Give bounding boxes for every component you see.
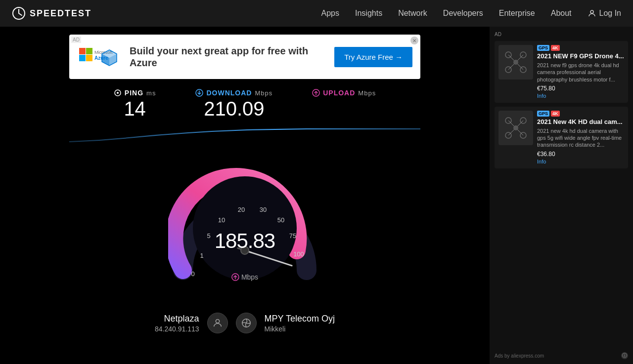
right-ad-price-2: €36.80 (537, 151, 624, 158)
nav-apps[interactable]: Apps (321, 9, 339, 17)
right-ad-title-2[interactable]: 2021 New 4K HD dual cam... (537, 118, 624, 125)
svg-text:75: 75 (289, 232, 296, 240)
globe-circle-icon (236, 313, 257, 333)
right-ad-price-1: €75.80 (537, 85, 624, 92)
speedometer-container: 0 1 5 10 20 30 50 75 100 (168, 152, 321, 305)
gps-badge-2: GPS (537, 111, 549, 117)
svg-point-43 (513, 60, 518, 65)
azure-logo: Microsoft Azure (77, 46, 122, 73)
stats-row: PING ms 14 DOWNLOAD Mbps 210.09 (114, 89, 376, 120)
isp-provider: MPY Telecom Oyj (265, 314, 335, 324)
svg-text:1: 1 (200, 252, 203, 259)
right-ad-img-2 (498, 111, 533, 145)
person-icon (212, 318, 223, 328)
k4-badge-2: 4K (551, 111, 560, 117)
right-ad-content-2: GPS 4K 2021 New 4K HD dual cam... 2021 n… (537, 111, 624, 164)
right-ad-label: AD (495, 32, 628, 37)
svg-text:0: 0 (191, 270, 194, 278)
logo[interactable]: SPEEDTEST (12, 6, 91, 20)
download-label: DOWNLOAD Mbps (195, 89, 272, 97)
isp-ip: 84.240.91.113 (155, 325, 199, 333)
user-circle-icon (207, 313, 228, 333)
upload-small-icon (231, 273, 239, 281)
drone-img-2 (501, 113, 531, 143)
isp-right: MPY Telecom Oyj Mikkeli (265, 314, 335, 333)
svg-text:5: 5 (207, 232, 210, 240)
download-icon (195, 89, 203, 97)
ping-label: PING ms (114, 89, 156, 97)
svg-text:10: 10 (218, 216, 225, 224)
ping-stat: PING ms 14 (114, 89, 156, 120)
svg-rect-4 (86, 48, 92, 54)
isp-name: Netplaza (164, 314, 199, 324)
ad-label: AD (71, 37, 81, 43)
upload-label: UPLOAD Mbps (312, 89, 376, 97)
speed-unit: Mbps (231, 273, 258, 281)
right-ad-panel: AD (490, 27, 633, 364)
isp-location: Mikkeli (265, 325, 286, 333)
svg-point-1 (590, 10, 593, 13)
main-wrapper: AD Microsoft Azure (0, 27, 633, 364)
nav-enterprise[interactable]: Enterprise (499, 9, 535, 17)
nav-developers[interactable]: Developers (443, 9, 483, 17)
speed-graph (69, 122, 420, 147)
ad-cta-button[interactable]: Try Azure Free → (334, 47, 412, 67)
drone-img-1 (501, 47, 531, 77)
content-area: AD Microsoft Azure (0, 27, 490, 364)
right-ad-title-1[interactable]: 2021 NEW F9 GPS Drone 4... (537, 52, 624, 60)
nav-network[interactable]: Network (398, 9, 427, 17)
right-ad-info-1[interactable]: Info (537, 93, 624, 99)
svg-point-32 (216, 320, 219, 323)
svg-rect-3 (79, 48, 86, 54)
ping-icon (114, 89, 122, 97)
svg-text:50: 50 (277, 216, 284, 224)
right-ad-badges-1: GPS 4K (537, 45, 624, 51)
svg-point-53 (513, 125, 518, 130)
svg-text:185.83: 185.83 (215, 229, 275, 252)
logo-text: SPEEDTEST (30, 8, 91, 19)
right-ad-footer-text: Ads by aliexpress.com (495, 353, 544, 359)
user-icon (588, 9, 596, 18)
download-stat: DOWNLOAD Mbps 210.09 (195, 89, 272, 120)
right-ad-desc-2: 2021 new 4k hd dual camera with gps 5g w… (537, 127, 624, 149)
graph-area (69, 122, 420, 147)
speed-unit-label: Mbps (241, 273, 258, 281)
svg-point-17 (193, 176, 297, 280)
right-ad-content-1: GPS 4K 2021 NEW F9 GPS Drone 4... 2021 n… (537, 45, 624, 99)
ad-text: Build your next great app for free with … (130, 45, 334, 69)
svg-text:20: 20 (238, 206, 245, 213)
nav-links: Apps Insights Network Developers Enterpr… (321, 9, 572, 18)
svg-point-14 (117, 92, 119, 94)
svg-text:100: 100 (293, 250, 304, 258)
right-ad-card-2: GPS 4K 2021 New 4K HD dual cam... 2021 n… (495, 107, 628, 168)
gps-badge-1: GPS (537, 45, 549, 51)
login-label: Log In (599, 9, 621, 18)
upload-icon (312, 89, 320, 97)
logo-icon (12, 6, 26, 20)
nav-about[interactable]: About (551, 9, 572, 17)
ping-value: 14 (124, 98, 146, 120)
ad-close-button[interactable]: ✕ (410, 37, 418, 44)
login-button[interactable]: Log In (588, 9, 621, 18)
k4-badge-1: 4K (551, 45, 560, 51)
svg-rect-6 (86, 55, 92, 61)
right-ad-info-2[interactable]: Info (537, 159, 624, 164)
right-ad-footer-icon[interactable]: ⓘ (621, 352, 628, 359)
svg-text:30: 30 (260, 206, 267, 213)
ad-banner: AD Microsoft Azure (69, 35, 420, 79)
upload-stat: UPLOAD Mbps (312, 89, 376, 98)
isp-left: Netplaza 84.240.91.113 (155, 314, 199, 333)
right-ad-footer: Ads by aliexpress.com ⓘ (495, 352, 628, 359)
right-ad-card-1: GPS 4K 2021 NEW F9 GPS Drone 4... 2021 n… (495, 41, 628, 103)
isp-row: Netplaza 84.240.91.113 MPY Telecom Oyj M… (155, 313, 335, 333)
nav-insights[interactable]: Insights (355, 9, 382, 17)
svg-rect-5 (79, 55, 86, 61)
right-ad-img-1 (498, 45, 533, 80)
download-value: 210.09 (204, 98, 264, 120)
ad-logo-area: Microsoft Azure (77, 46, 122, 73)
gauge-svg: 0 1 5 10 20 30 50 75 100 (168, 152, 321, 305)
navbar: SPEEDTEST Apps Insights Network Develope… (0, 0, 633, 27)
globe-icon (241, 318, 252, 328)
right-ad-desc-1: 2021 new f9 gps drone 4k dual hd camera … (537, 62, 624, 83)
right-ad-badges-2: GPS 4K (537, 111, 624, 117)
